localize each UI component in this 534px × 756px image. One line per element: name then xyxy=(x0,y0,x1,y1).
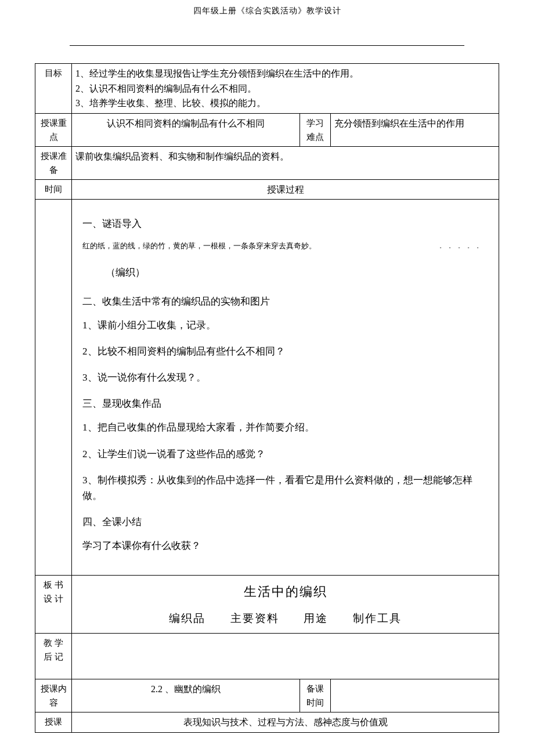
board-columns: 编织品 主要资料 用途 制作工具 xyxy=(75,610,495,627)
label-board-design: 板 书 设 计 xyxy=(35,575,72,634)
cell-teaching-postnote xyxy=(72,634,499,679)
label-next-content: 授课内容 xyxy=(35,679,72,712)
board-col-4: 制作工具 xyxy=(353,612,402,624)
objective-3: 3、培养学生收集、整理、比较、模拟的能力。 xyxy=(75,96,495,111)
board-title: 生活中的编织 xyxy=(75,581,495,602)
row-time-process-header: 时间 授课过程 xyxy=(35,179,499,200)
row-process-body: 一、谜语导入 红的纸，蓝的线，绿的竹，黄的草，一根根，一条条穿来穿去真奇妙。 。… xyxy=(35,200,499,575)
row-focus-difficulty: 授课重点 认识不相同资料的编制品有什么不相同 学习难点 充分领悟到编织在生活中的… xyxy=(35,113,499,146)
objective-2: 2、认识不相同资料的编制品有什么不相同。 xyxy=(75,81,495,96)
process-section-3-title: 三、显现收集作品 xyxy=(82,396,488,411)
cell-board-design: 生活中的编织 编织品 主要资料 用途 制作工具 xyxy=(72,575,499,634)
page-header: 四年级上册《综合实践活动》教学设计 xyxy=(35,6,499,45)
label-process-header: 授课过程 xyxy=(72,179,499,200)
row-next-teaching: 授课 表现知识与技术、过程与方法、感神态度与价值观 xyxy=(35,712,499,733)
cell-learn-diff: 充分领悟到编织在生活中的作用 xyxy=(331,113,499,146)
cell-objectives: 1、经过学生的收集显现报告让学生充分领悟到编织在生活中的作用。 2、认识不相同资… xyxy=(72,64,499,114)
header-separator xyxy=(70,45,464,46)
riddle-text: 红的纸，蓝的线，绿的竹，黄的草，一根根，一条条穿来穿去真奇妙。 xyxy=(82,241,316,250)
cell-next-teaching-body: 表现知识与技术、过程与方法、感神态度与价值观 xyxy=(72,712,499,733)
row-preparation: 授课准备 课前收集编织品资料、和实物和制作编织品的资料。 xyxy=(35,146,499,179)
objective-1: 1、经过学生的收集显现报告让学生充分领悟到编织在生活中的作用。 xyxy=(75,66,495,81)
postnote-char-1: 教 xyxy=(44,638,52,648)
prep-time-line1: 备课 xyxy=(304,682,327,696)
board-label-char-2: 书 xyxy=(55,580,63,589)
process-section-2-title: 二、收集生活中常有的编织品的实物和图片 xyxy=(82,294,488,309)
label-teach-focus: 授课重点 xyxy=(35,113,72,146)
board-col-3: 用途 xyxy=(304,612,328,624)
label-next-teaching: 授课 xyxy=(35,712,72,733)
process-section-1-title: 一、谜语导入 xyxy=(82,216,488,231)
cell-next-content: 2.2 、幽默的编织 xyxy=(72,679,300,712)
process-section-4-title: 四、全课小结 xyxy=(82,514,488,530)
postnote-char-3: 后 xyxy=(44,652,52,661)
label-prep-time: 备课 时间 xyxy=(300,679,331,712)
riddle-trailing-dots: 。。。。。 xyxy=(439,241,486,251)
process-s3-item-3: 3、制作模拟秀：从收集到的作品中选择一件，看看它是用什么资料做的，想一想能够怎样… xyxy=(82,472,488,504)
process-s2-item-2: 2、比较不相同资料的编制品有些什么不相同？ xyxy=(82,343,488,359)
process-s3-item-1: 1、把自己收集的作品显现给大家看，并作简要介绍。 xyxy=(82,419,488,435)
board-col-1: 编织品 xyxy=(169,612,205,624)
board-label-char-4: 计 xyxy=(55,594,63,603)
lesson-plan-table: 目标 1、经过学生的收集显现报告让学生充分领悟到编织在生活中的作用。 2、认识不… xyxy=(35,63,499,733)
label-preparation: 授课准备 xyxy=(35,146,72,179)
process-s2-item-1: 1、课前小组分工收集，记录。 xyxy=(82,317,488,333)
label-objectives: 目标 xyxy=(35,64,72,114)
process-s3-item-2: 2、让学生们说一说看了这些作品的感觉？ xyxy=(82,446,488,462)
document-page: 四年级上册《综合实践活动》教学设计 目标 1、经过学生的收集显现报告让学生充分领… xyxy=(0,0,534,756)
prep-time-line2: 时间 xyxy=(304,696,327,710)
postnote-char-4: 记 xyxy=(55,652,63,661)
board-label-char-3: 设 xyxy=(44,594,52,603)
process-s2-item-3: 3、说一说你有什么发现？。 xyxy=(82,370,488,385)
label-learn-diff: 学习难点 xyxy=(300,113,331,146)
row-objectives: 目标 1、经过学生的收集显现报告让学生充分领悟到编织在生活中的作用。 2、认识不… xyxy=(35,64,499,114)
label-time: 时间 xyxy=(35,179,72,200)
process-riddle: 红的纸，蓝的线，绿的竹，黄的草，一根根，一条条穿来穿去真奇妙。 。。。。。 xyxy=(82,240,488,252)
board-col-2: 主要资料 xyxy=(230,612,279,624)
cell-teach-focus: 认识不相同资料的编制品有什么不相同 xyxy=(72,113,300,146)
cell-prep-time-value xyxy=(331,679,499,712)
process-riddle-answer: （编织） xyxy=(106,265,488,280)
cell-preparation: 课前收集编织品资料、和实物和制作编织品的资料。 xyxy=(72,146,499,179)
row-teaching-postnote: 教 学 后 记 xyxy=(35,634,499,679)
postnote-char-2: 学 xyxy=(55,638,63,648)
label-teaching-postnote: 教 学 后 记 xyxy=(35,634,72,679)
process-s4-item-1: 学习了本课你有什么收获？ xyxy=(82,538,488,554)
board-label-char-1: 板 xyxy=(44,580,52,589)
cell-process-body: 一、谜语导入 红的纸，蓝的线，绿的竹，黄的草，一根根，一条条穿来穿去真奇妙。 。… xyxy=(72,200,499,575)
cell-time-column xyxy=(35,200,72,575)
row-board-design: 板 书 设 计 生活中的编织 编织品 主要资料 用途 制作工具 xyxy=(35,575,499,634)
row-next-content: 授课内容 2.2 、幽默的编织 备课 时间 xyxy=(35,679,499,712)
